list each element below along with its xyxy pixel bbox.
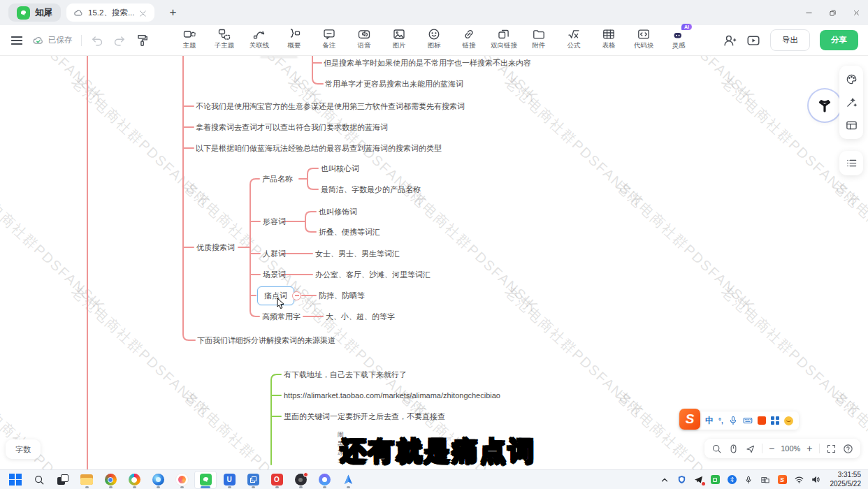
mindmap-node[interactable]: 不论我们是使用淘宝官方的生意参谋还是使用第三方软件查词都需要先有搜索词 xyxy=(196,101,465,112)
app-purple-ring-icon[interactable] xyxy=(313,471,335,489)
wifi-icon[interactable] xyxy=(794,474,804,485)
close-button[interactable] xyxy=(844,0,868,25)
tool-voice[interactable]: 语音 xyxy=(349,28,379,50)
redo-button[interactable] xyxy=(113,34,126,48)
mindmap-node[interactable]: 形容词 xyxy=(263,217,286,227)
ime-punctuation[interactable]: °, xyxy=(718,417,723,425)
mindmap-node[interactable]: 有下载地址，自己去下载下来就行了 xyxy=(284,370,407,380)
app-orange-swirl-icon[interactable] xyxy=(171,471,193,489)
export-button[interactable]: 导出 xyxy=(770,29,810,51)
menu-hamburger-button[interactable] xyxy=(10,34,24,48)
new-tab-button[interactable]: + xyxy=(166,6,180,20)
ime-emoji-icon[interactable] xyxy=(784,416,793,425)
tool-subtopic[interactable]: 子主题 xyxy=(209,28,240,50)
mindmap-node[interactable]: 大、小、超、的等字 xyxy=(326,312,395,322)
app-dark-badge-icon[interactable] xyxy=(289,471,312,489)
outline-list-button[interactable] xyxy=(846,157,858,169)
ime-keyboard-icon[interactable] xyxy=(743,416,753,425)
app-blue-plane-icon[interactable] xyxy=(337,471,359,489)
tray-chevron-icon[interactable] xyxy=(660,474,670,485)
tool-topic[interactable]: 主题 xyxy=(174,28,205,50)
ime-mic-icon[interactable] xyxy=(728,416,738,425)
microphone-icon[interactable] xyxy=(744,474,754,485)
mindmap-node[interactable]: 办公室、客厅、沙滩、河里等词汇 xyxy=(315,270,431,280)
tab-close-icon[interactable] xyxy=(138,8,147,17)
mindmap-node[interactable]: 场景词 xyxy=(263,270,286,280)
search-icon[interactable] xyxy=(711,444,722,454)
zoom-in-button[interactable]: + xyxy=(806,444,812,453)
tool-bilink[interactable]: 双向链接 xyxy=(489,28,519,50)
tool-table[interactable]: 表格 xyxy=(593,28,624,50)
edge-icon[interactable] xyxy=(147,471,169,489)
defender-shield-icon[interactable] xyxy=(677,474,687,485)
mindmap-node[interactable]: 以下是根据咱们做蓝海玩法经验总结的最容易查到蓝海词的搜索词的类型 xyxy=(196,143,442,154)
chrome-icon[interactable] xyxy=(99,471,122,489)
mindmap-canvas[interactable]: 老范电商社群PDSFANSIK老范电商社群PDSFANSIK老范电商社群PDSF… xyxy=(0,56,868,469)
sogou-tray-icon[interactable]: S xyxy=(777,474,788,485)
collaborate-button[interactable] xyxy=(723,34,737,48)
app-blue-copy-icon[interactable] xyxy=(242,471,264,489)
mindmap-node[interactable]: https://alimarket.taobao.com/markets/ali… xyxy=(284,391,500,400)
mindmap-node[interactable]: 最简洁、字数最少的产品名称 xyxy=(321,184,421,195)
fullscreen-icon[interactable] xyxy=(826,444,837,454)
tool-link[interactable]: 链接 xyxy=(454,28,484,50)
mindmap-node[interactable]: 产品名称 xyxy=(262,174,293,184)
mindmap-node[interactable]: 也叫修饰词 xyxy=(319,207,357,217)
share-button[interactable]: 分享 xyxy=(820,30,858,50)
mindmap-node[interactable]: 人群词 xyxy=(263,249,286,259)
tool-formula[interactable]: 公式 xyxy=(558,28,589,50)
zhixi-app-icon[interactable] xyxy=(194,471,217,489)
app-red-o-icon[interactable]: O xyxy=(266,471,288,489)
taskbar-clock[interactable]: 3:31:55 2025/5/22 xyxy=(830,471,862,488)
tool-ai-robot[interactable]: AI 灵感 xyxy=(663,28,694,50)
bluetooth-icon[interactable] xyxy=(727,474,737,485)
cursor-mode-icon[interactable] xyxy=(745,444,755,454)
tool-note[interactable]: 备注 xyxy=(314,28,345,50)
tool-codeblock[interactable]: 代码块 xyxy=(628,28,659,50)
ime-chinese-mode[interactable]: 中 xyxy=(705,415,714,427)
start-button[interactable] xyxy=(4,471,27,489)
tool-attachment[interactable]: 附件 xyxy=(523,28,554,50)
search-button[interactable] xyxy=(28,471,50,489)
mindmap-node[interactable]: 下面我们详细拆分讲解搜索词的来源渠道 xyxy=(197,335,335,346)
tool-relation[interactable]: 关联线 xyxy=(244,28,275,50)
telegram-icon[interactable] xyxy=(693,474,704,485)
minimize-button[interactable] xyxy=(797,0,820,25)
help-icon[interactable] xyxy=(843,444,853,454)
presentation-button[interactable] xyxy=(746,34,760,48)
layout-button[interactable] xyxy=(846,119,858,131)
mindmap-node[interactable]: 优质搜索词 xyxy=(196,242,235,253)
mindmap-node[interactable]: 防摔、防晒等 xyxy=(319,291,365,301)
document-tab[interactable]: 15.2、搜索... xyxy=(66,3,154,22)
ime-lang-icon[interactable] xyxy=(760,474,771,485)
volume-icon[interactable] xyxy=(811,474,821,485)
restore-button[interactable] xyxy=(820,0,844,25)
mindmap-node[interactable]: 常用单字才更容易搜索出来能用的蓝海词 xyxy=(325,79,463,89)
app-blue-u-icon[interactable]: U xyxy=(218,471,240,489)
ime-skin-icon[interactable] xyxy=(758,416,766,425)
mindmap-node[interactable]: 但是搜索单字时如果使用的是不常用字也一样搜索不出来内容 xyxy=(324,58,531,68)
mindmap-node[interactable]: 折叠、便携等词汇 xyxy=(319,227,380,238)
mindmap-node[interactable]: 女士、男士、男生等词汇 xyxy=(315,249,400,259)
file-explorer-icon[interactable] xyxy=(75,471,98,489)
sogou-logo-icon[interactable]: S xyxy=(679,409,700,430)
tool-image[interactable]: 图片 xyxy=(384,28,414,50)
theme-palette-button[interactable] xyxy=(846,73,858,85)
mindmap-node[interactable]: 高频常用字 xyxy=(262,312,301,322)
mindmap-node[interactable]: 里面的关键词一定要拆开之后去查，不要直接查 xyxy=(284,411,445,422)
browser-colorwheel-icon[interactable] xyxy=(123,471,145,489)
tool-summary[interactable]: 概要 xyxy=(279,28,310,50)
app-tab[interactable]: 知犀 xyxy=(8,3,61,22)
tool-emoji[interactable]: 图标 xyxy=(419,28,449,50)
tray-green-app-icon[interactable] xyxy=(710,474,721,485)
zoom-out-button[interactable]: − xyxy=(769,444,774,453)
ai-assistant-bubble[interactable] xyxy=(811,92,839,119)
collapse-handle-icon[interactable] xyxy=(292,291,301,300)
format-painter-button[interactable] xyxy=(135,34,149,48)
magic-wand-button[interactable] xyxy=(846,96,858,108)
undo-button[interactable] xyxy=(90,34,104,48)
task-view-button[interactable] xyxy=(52,471,74,489)
word-count-pill[interactable]: 字数 xyxy=(6,439,41,459)
mouse-mode-icon[interactable] xyxy=(728,444,739,454)
mindmap-node[interactable]: 拿着搜索词去查词才可以查出符合我们要求数据的蓝海词 xyxy=(196,122,388,133)
